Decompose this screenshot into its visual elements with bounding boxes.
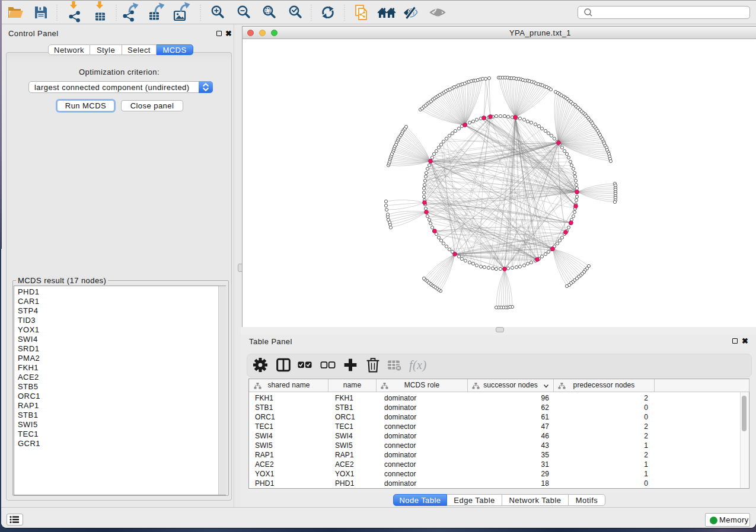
svg-text:f(x): f(x) bbox=[409, 358, 427, 372]
